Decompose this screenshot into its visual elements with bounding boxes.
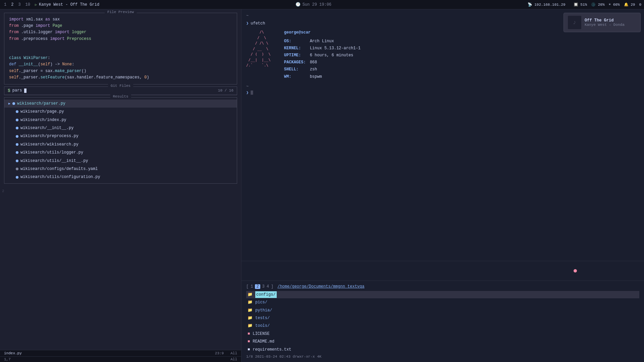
si-wm-value: bspwm <box>310 74 361 80</box>
prompt-arrow-2: ❯ <box>246 90 249 96</box>
fm-entry-pics[interactable]: 📁 pics/ <box>246 299 639 306</box>
file-name-3: wikisearch/__init__.py <box>20 125 73 131</box>
fm-tab-4[interactable]: 4 <box>267 284 269 289</box>
file-item-9[interactable]: wikisearch/utils/configuration.py <box>4 173 237 181</box>
status-bar: index.py 23:9 All <box>0 350 241 356</box>
file-name-7: wikisearch/utils/__init__.py <box>20 158 88 164</box>
fm-tab-3[interactable]: 3 <box>262 284 265 289</box>
prompt-dollar: $ <box>8 88 10 93</box>
file-name-2: wikisearch/index.py <box>20 117 66 123</box>
empty-area: 2 <box>0 186 241 350</box>
file-name-9: wikisearch/utils/configuration.py <box>20 174 100 180</box>
si-shell-value: zsh <box>310 66 361 73</box>
song-title: Kanye West - Off The Grid <box>39 2 99 7</box>
si-os-label: OS: <box>284 38 306 45</box>
image-strip <box>241 261 644 281</box>
fm-entry-tools[interactable]: 📁 tools/ <box>246 322 639 329</box>
results-panel: Results ▶ wikisearch/parser.py wikisearc… <box>4 97 237 184</box>
left-pane: File Preview import xml.sax as sax from … <box>0 9 241 362</box>
music-artist: Kanye West - Donda <box>585 23 636 27</box>
ascii-art: /\ / \ / /\ \ / __ \ / ( ) \ /__| |__\ /… <box>246 29 271 68</box>
file-item-2[interactable]: wikisearch/index.py <box>4 116 237 124</box>
topbar-right: 📡 192.168.101.29 🔲 51% 🌑 20% ☀ 60% 🔔 29 … <box>528 2 641 7</box>
si-kernel-label: KERNEL: <box>284 45 306 52</box>
arrow-icon: ▶ <box>8 101 10 107</box>
file-item-1[interactable]: wikisearch/page.py <box>4 108 237 116</box>
fm-tab-1[interactable]: 1 <box>251 284 253 289</box>
file-name-0: wikisearch/parser.py <box>17 100 65 107</box>
file-dot-5 <box>16 143 18 146</box>
fm-name-tools: tools/ <box>255 322 270 329</box>
code-preview: import xml.sax as sax from .page import … <box>4 13 237 84</box>
folder-icon-pythia: 📁 <box>248 307 253 314</box>
code-line-4: from .preprocess import Preprocess <box>9 36 232 42</box>
fm-entry-configs[interactable]: 📁 configs/ <box>246 291 639 298</box>
red-dot <box>574 269 577 273</box>
file-item-5[interactable]: wikisearch/wikisearch.py <box>4 140 237 148</box>
prompt-arrow-icon: ❯ <box>246 20 249 27</box>
ws-10[interactable]: 10 <box>24 2 32 7</box>
network-icon: 📡 <box>528 3 535 7</box>
ufetch-command: ufetch <box>251 20 265 27</box>
sysinfo: george@scar OS: Arch Linux KERNEL: Linux… <box>284 29 361 80</box>
file-icon-license: ■ <box>248 330 250 337</box>
file-item-3[interactable]: wikisearch/__init__.py <box>4 124 237 132</box>
brightness-info: 🌑 20% <box>591 2 604 7</box>
si-kernel-value: Linux 5.13.12-arch1-1 <box>310 45 361 52</box>
fm-entry-license[interactable]: ■ LICENSE <box>246 330 639 338</box>
fm-name-pics: pics/ <box>255 299 267 306</box>
fm-name-configs: configs/ <box>255 291 277 298</box>
topbar-time: Sun 29 19:06 <box>303 2 331 7</box>
fm-tab-2[interactable]: 2 <box>255 284 260 289</box>
fm-bracket-close: ] <box>271 284 273 289</box>
folder-icon-configs: 📁 <box>248 291 253 298</box>
fm-entry-readme[interactable]: ■ README.md <box>246 338 639 345</box>
file-item-7[interactable]: wikisearch/utils/__init__.py <box>4 157 237 165</box>
ascii-art-container: /\ / \ / /\ \ / __ \ / ( ) \ /__| |__\ /… <box>246 29 271 80</box>
status-pos-left: 23:9 <box>215 351 224 355</box>
music-icon: ♪ <box>573 19 577 26</box>
file-preview-panel: File Preview import xml.sax as sax from … <box>4 13 237 84</box>
ws-2[interactable]: 2 <box>10 2 15 7</box>
terminal-section: ~ ❯ ufetch /\ / \ / /\ \ / __ \ / ( ) \ … <box>241 9 644 261</box>
bottom-all: All <box>230 357 237 361</box>
file-item-8[interactable]: wikisearch/configs/defaults.yaml <box>4 165 237 173</box>
code-line-3: from .utils.logger import logger <box>9 29 232 36</box>
network-info: 📡 192.168.101.29 <box>528 2 566 7</box>
cpu-info: 🔲 51% <box>574 2 587 7</box>
file-icon-readme: ■ <box>248 338 250 345</box>
folder-icon-pics: 📁 <box>248 299 253 306</box>
topbar-title: ▷ Kanye West - Off The Grid <box>35 2 99 7</box>
code-line-7: class WikiParser: <box>9 55 232 61</box>
fm-path[interactable]: /home/george/Documents/mmgnn_textvqa <box>277 284 364 289</box>
fm-entry-pythia[interactable]: 📁 pythia/ <box>246 307 639 314</box>
fm-entries: 📁 configs/ 📁 pics/ 📁 pythia/ 📁 tests/ 📁 <box>246 291 639 353</box>
code-line-5 <box>9 42 232 49</box>
si-uptime-value: 6 hours, 6 minutes <box>310 52 361 59</box>
fm-entry-requirements[interactable]: ■ requirements.txt <box>246 346 639 353</box>
file-name-8: wikisearch/configs/defaults.yaml <box>20 166 98 172</box>
file-manager: [ 1 2 3 4 ] /home/george/Documents/mmgnn… <box>241 281 644 362</box>
si-uptime-label: UPTIME: <box>284 52 306 59</box>
file-dot-4 <box>16 135 18 138</box>
ws-1[interactable]: 1 <box>3 2 8 7</box>
play-icon: ▷ <box>35 3 37 7</box>
status-filename: index.py <box>4 351 22 355</box>
file-item-6[interactable]: wikisearch/utils/logger.py <box>4 148 237 157</box>
search-input-row[interactable]: $ pars 10 / 16 <box>4 87 237 95</box>
file-name-5: wikisearch/wikisearch.py <box>20 141 78 148</box>
right-pane: ♪ Off The Grid Kanye West - Donda ~ ❯ uf… <box>241 9 644 362</box>
fm-entry-tests[interactable]: 📁 tests/ <box>246 314 639 322</box>
file-item-0[interactable]: ▶ wikisearch/parser.py <box>4 100 237 108</box>
ws-3[interactable]: 3 <box>17 2 22 7</box>
fm-name-license: LICENSE <box>253 330 269 337</box>
workspace-nums[interactable]: 1 2 3 10 <box>3 2 32 7</box>
code-line-8: def __init__(self) -> None: <box>9 61 232 68</box>
file-icon-requirements: ■ <box>248 346 250 353</box>
si-user: george@scar <box>284 29 361 36</box>
file-preview-title: File Preview <box>105 10 137 14</box>
fm-name-tests: tests/ <box>255 315 270 321</box>
file-name-6: wikisearch/utils/logger.py <box>20 149 83 156</box>
git-files-title: Git Files <box>108 84 133 88</box>
file-item-4[interactable]: wikisearch/preprocess.py <box>4 132 237 140</box>
